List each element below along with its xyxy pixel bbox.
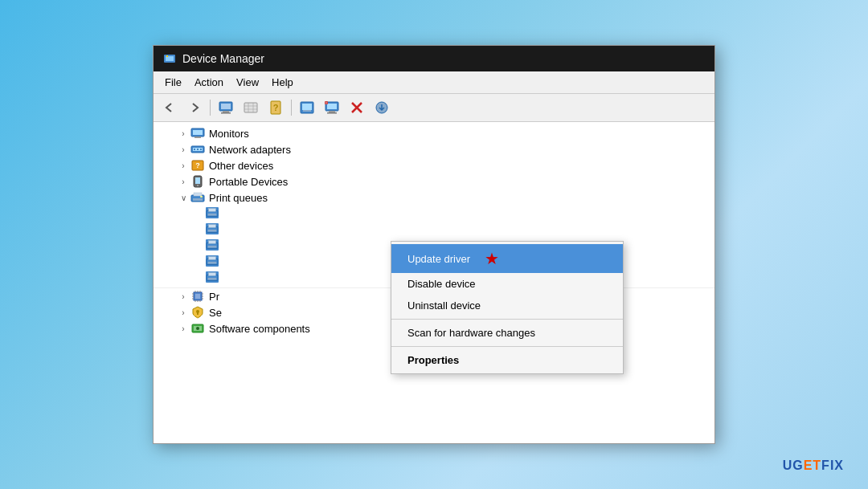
monitor-icon: ! [325,100,339,115]
sub-item-1-icon [206,207,219,218]
context-menu-properties[interactable]: Properties [391,349,623,371]
context-menu-separator-1 [391,319,623,320]
grid-icon [300,101,314,114]
network-label: Network adapters [209,144,291,156]
remove-icon [350,101,363,114]
remove-button[interactable] [346,97,368,118]
svg-rect-5 [223,111,229,112]
svg-rect-48 [208,230,217,232]
svg-point-76 [196,327,199,330]
toolbar-separator-2 [291,100,292,116]
svg-rect-53 [209,257,216,260]
toolbar: ? ! [154,94,714,122]
svg-rect-45 [208,214,217,216]
menu-help[interactable]: Help [265,74,300,91]
sub-item-3-icon [206,239,219,251]
svg-rect-4 [221,104,231,109]
chevron-other: › [178,161,189,170]
context-menu-disable-device[interactable]: Disable device [391,273,623,295]
svg-point-33 [200,149,202,150]
back-button[interactable] [158,97,181,118]
watermark-suffix: FIX [821,458,844,472]
monitor-button[interactable]: ! [321,97,343,118]
download-icon [375,101,388,114]
tree-item-monitors[interactable]: › Monitors [154,125,714,141]
svg-text:?: ? [195,161,200,169]
security-label: Se [209,307,222,319]
scan-hardware-label: Scan for hardware changes [407,327,535,339]
context-menu: Update driver ★ Disable device Uninstall… [391,241,624,374]
list-icon [244,101,258,114]
svg-rect-6 [221,112,231,114]
svg-text:!: ! [326,101,326,105]
svg-rect-44 [209,209,216,212]
svg-rect-27 [193,130,203,135]
device-manager-window: Device Manager File Action View Help [153,45,715,444]
tree-item-portable[interactable]: › Portable Devices [154,173,714,189]
grid-button[interactable] [296,97,318,118]
processors-label: Pr [209,291,219,303]
back-icon [163,101,176,114]
context-menu-scan-hardware[interactable]: Scan for hardware changes [391,322,623,344]
svg-rect-40 [194,193,202,196]
chevron-print: ∨ [178,194,189,202]
svg-rect-37 [195,177,200,184]
content-area: › Monitors › N [154,122,714,443]
portable-label: Portable Devices [209,176,288,188]
chevron-processors: › [178,292,189,301]
context-menu-update-driver[interactable]: Update driver ★ [391,244,623,273]
svg-rect-18 [327,104,337,109]
tree-item-network[interactable]: › Network adapters [154,141,714,157]
help-button[interactable]: ? [264,97,287,118]
software-icon [190,322,205,335]
svg-point-38 [197,185,199,186]
title-bar: Device Manager [154,46,714,71]
other-label: Other devices [209,160,273,172]
svg-rect-59 [195,294,200,299]
menu-action[interactable]: Action [188,74,230,91]
network-device-icon [190,143,205,156]
sub-item-2-icon [206,223,219,234]
tree-item-other[interactable]: › ? Other devices [154,157,714,173]
monitors-label: Monitors [209,128,249,140]
svg-rect-19 [329,111,335,112]
computer-button[interactable] [215,97,237,118]
chevron-network: › [178,145,189,154]
security-icon [190,306,205,319]
watermark: UGETFIX [783,458,844,473]
print-queue-icon [190,191,205,204]
watermark-prefix: UG [783,458,804,472]
forward-button[interactable] [183,97,206,118]
update-driver-label: Update driver [407,253,470,265]
svg-rect-54 [208,262,217,264]
menu-view[interactable]: View [230,74,265,91]
toolbar-separator-1 [210,100,211,116]
svg-rect-2 [166,55,168,57]
svg-point-31 [194,149,195,150]
tree-sub-item-2[interactable] [154,222,714,236]
chevron-portable: › [178,177,189,186]
menu-file[interactable]: File [158,74,188,91]
download-button[interactable] [371,97,393,118]
svg-point-32 [197,149,199,150]
tree-item-print-queues[interactable]: ∨ Print queues [154,189,714,206]
svg-rect-50 [209,241,216,244]
svg-rect-56 [209,273,216,276]
menu-bar: File Action View Help [154,71,714,94]
tree-sub-item-1[interactable] [154,206,714,220]
processor-icon [190,290,205,303]
sub-item-5-icon [206,271,219,283]
svg-rect-73 [197,312,199,315]
title-bar-icon [163,52,176,65]
svg-rect-7 [244,103,257,112]
forward-icon [188,101,201,114]
sub-item-4-icon [206,255,219,267]
watermark-highlight: ET [804,458,821,472]
list-button[interactable] [240,97,262,118]
context-menu-uninstall-device[interactable]: Uninstall device [391,295,623,316]
svg-rect-16 [303,110,311,112]
print-queues-label: Print queues [209,192,268,204]
context-menu-separator-2 [391,346,623,347]
svg-text:?: ? [273,103,279,112]
window-title: Device Manager [182,52,264,65]
